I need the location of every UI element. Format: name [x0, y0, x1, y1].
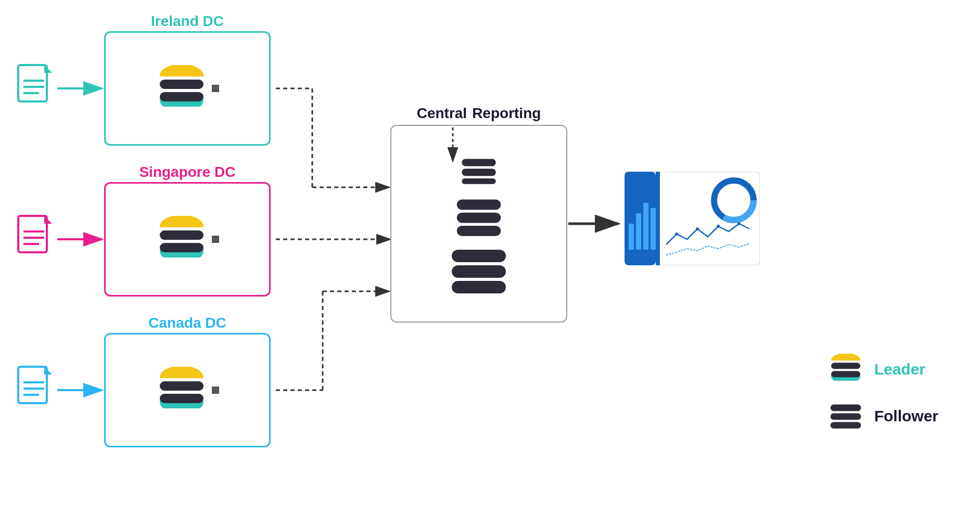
svg-rect-65: [651, 208, 656, 250]
svg-marker-28: [44, 367, 52, 375]
svg-rect-62: [629, 224, 634, 250]
svg-rect-57: [452, 265, 506, 278]
canada-dc-label: Canada DC: [148, 315, 226, 331]
central-follower-top: [458, 151, 500, 187]
legend-leader-item: Leader: [828, 354, 938, 385]
reporting-dashboard-icon: [625, 172, 760, 265]
singapore-doc-icon: [16, 213, 57, 262]
canada-leader-icon: [156, 367, 208, 414]
singapore-dc-label: Singapore DC: [139, 164, 235, 181]
svg-rect-56: [452, 250, 506, 262]
svg-rect-50: [462, 159, 495, 166]
singapore-leader-icon: [156, 216, 208, 263]
central-label: Central: [417, 105, 467, 122]
svg-rect-63: [636, 213, 641, 250]
canada-dc-box: Canada DC: [104, 333, 271, 447]
svg-rect-53: [457, 200, 501, 210]
svg-rect-17: [18, 65, 47, 101]
ireland-leader-icon: [156, 65, 208, 112]
legend-follower-icon: [828, 401, 864, 432]
central-labels: Central Reporting: [417, 105, 541, 122]
svg-rect-61: [656, 172, 660, 265]
svg-point-71: [737, 222, 741, 225]
svg-rect-43: [160, 243, 203, 252]
central-follower-mid: [453, 192, 505, 239]
svg-point-69: [696, 227, 699, 230]
svg-rect-64: [643, 203, 648, 250]
legend-leader-icon: [828, 354, 864, 385]
legend: Leader Follower: [828, 354, 938, 432]
singapore-dc-box: Singapore DC: [104, 182, 271, 297]
legend-follower-label: Follower: [874, 407, 938, 425]
ireland-dc-box: Ireland DC: [104, 31, 271, 146]
svg-point-70: [717, 225, 720, 228]
canada-connector: [212, 387, 219, 394]
svg-rect-74: [831, 363, 860, 369]
svg-rect-49: [160, 394, 203, 403]
svg-rect-40: [160, 230, 203, 240]
ireland-dc-label: Ireland DC: [151, 13, 224, 30]
central-box: Central Reporting: [390, 125, 567, 323]
ireland-doc-icon: [16, 62, 57, 111]
svg-rect-27: [18, 367, 47, 403]
legend-follower-item: Follower: [828, 401, 938, 432]
central-follower-bot: [448, 244, 510, 297]
svg-rect-51: [462, 169, 495, 176]
svg-rect-79: [830, 413, 861, 420]
svg-rect-58: [452, 281, 506, 293]
svg-rect-22: [18, 216, 47, 252]
svg-rect-80: [830, 422, 861, 429]
svg-marker-18: [44, 65, 52, 73]
canada-doc-icon: [16, 364, 57, 413]
diagram-container: Ireland DC Singapore DC: [0, 0, 980, 528]
svg-rect-34: [160, 80, 203, 89]
svg-rect-78: [830, 405, 861, 411]
ireland-connector: [212, 85, 219, 92]
svg-rect-46: [160, 381, 203, 391]
svg-marker-23: [44, 216, 52, 224]
reporting-label: Reporting: [472, 105, 541, 122]
svg-rect-54: [457, 213, 501, 223]
svg-rect-77: [831, 371, 860, 377]
svg-rect-52: [462, 178, 495, 184]
singapore-connector: [212, 236, 219, 243]
svg-rect-37: [160, 92, 203, 101]
legend-leader-label: Leader: [874, 360, 925, 378]
svg-point-68: [675, 233, 678, 236]
svg-rect-55: [457, 226, 501, 236]
